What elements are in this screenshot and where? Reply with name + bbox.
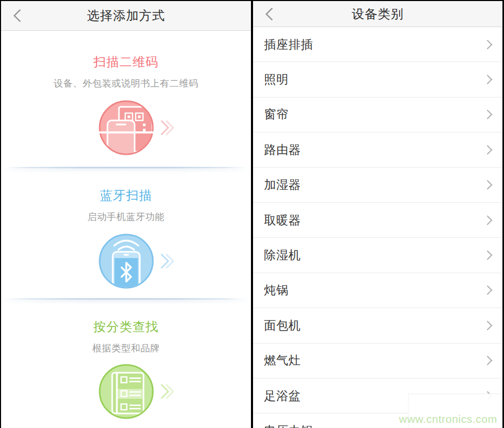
device-category-row[interactable]: 路由器 [253, 132, 502, 167]
device-category-label: 炖锅 [264, 282, 289, 298]
method-icon-row [98, 233, 155, 290]
chevron-right-icon [483, 75, 492, 84]
method-category[interactable]: 按分类查找 根据类型和品牌 [1, 300, 251, 428]
device-category-row[interactable]: 插座排插 [253, 27, 502, 62]
device-category-row[interactable]: 窗帘 [253, 97, 502, 132]
chevron-right-icon [483, 110, 492, 119]
chevron-right-icon [483, 180, 492, 190]
right-header: 设备类别 [253, 1, 502, 27]
back-button[interactable] [8, 1, 31, 30]
device-category-label: 路由器 [264, 142, 301, 158]
chevron-right-icon [483, 40, 492, 49]
device-category-label: 取暖器 [264, 212, 301, 228]
method-title: 扫描二维码 [1, 54, 251, 70]
device-category-row[interactable]: 照明 [253, 62, 502, 97]
method-bluetooth[interactable]: 蓝牙扫描 启动手机蓝牙功能 [1, 168, 251, 298]
device-category-label: 照明 [264, 71, 289, 88]
double-chevron-right-icon [160, 381, 174, 402]
left-header: 选择添加方式 [1, 1, 251, 31]
chevron-right-icon [483, 250, 492, 260]
qr-scan-icon [98, 99, 155, 156]
chevron-right-icon [483, 145, 492, 154]
device-category-label: 除湿机 [264, 247, 301, 263]
chevron-right-icon [483, 321, 492, 330]
device-category-row[interactable]: 取暖器 [253, 203, 502, 238]
device-category-label: 面包机 [264, 317, 301, 334]
chevron-left-icon [13, 9, 26, 22]
watermark-text: www.cntronics.com [399, 413, 497, 425]
page-title: 设备类别 [352, 6, 404, 22]
screen-choose-add-method: 选择添加方式 扫描二维码 设备、外包装或说明书上有二维码 [1, 1, 251, 428]
method-icon-row [98, 99, 155, 156]
device-category-label: 足浴盆 [264, 388, 301, 404]
chevron-right-icon [483, 286, 492, 295]
device-category-label: 窗帘 [264, 106, 289, 123]
double-chevron-right-icon [160, 251, 174, 272]
method-subtitle: 启动手机蓝牙功能 [1, 211, 251, 223]
category-list-icon [98, 363, 155, 420]
method-title: 按分类查找 [1, 319, 251, 335]
device-category-row[interactable]: 燃气灶 [253, 344, 502, 378]
screenshot-canvas: 选择添加方式 扫描二维码 设备、外包装或说明书上有二维码 [0, 0, 504, 428]
device-category-row[interactable]: 除湿机 [253, 238, 502, 273]
watermark: www.cntronics.com [408, 394, 502, 428]
chevron-left-icon [265, 7, 278, 20]
method-icon-row [98, 363, 155, 420]
device-category-list: 插座排插 照明 窗帘 路由器 加湿器 取暖器 [253, 27, 502, 428]
device-category-label: 加湿器 [264, 177, 301, 193]
device-category-row[interactable]: 加湿器 [253, 168, 502, 203]
screen-device-category: 设备类别 插座排插 照明 窗帘 路由器 加湿器 [253, 1, 502, 428]
method-qr-scan[interactable]: 扫描二维码 设备、外包装或说明书上有二维码 [1, 31, 251, 167]
device-category-label: 电压力锅 [264, 423, 313, 428]
chevron-right-icon [483, 356, 492, 365]
page-title: 选择添加方式 [87, 7, 165, 24]
bluetooth-icon [98, 233, 155, 290]
double-chevron-right-icon [160, 117, 174, 138]
method-subtitle: 设备、外包装或说明书上有二维码 [1, 77, 251, 90]
device-category-row[interactable]: 炖锅 [253, 273, 502, 308]
method-title: 蓝牙扫描 [1, 187, 251, 204]
back-button[interactable] [260, 1, 283, 27]
chevron-right-icon [483, 215, 492, 225]
method-subtitle: 根据类型和品牌 [1, 342, 251, 354]
device-category-label: 燃气灶 [264, 352, 301, 369]
device-category-label: 插座排插 [264, 36, 313, 53]
device-category-row[interactable]: 面包机 [253, 308, 502, 343]
